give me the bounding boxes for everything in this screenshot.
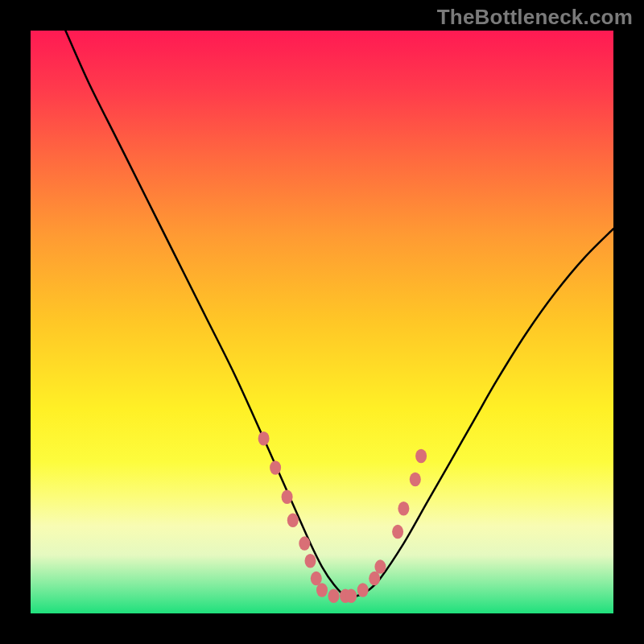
curve-marker [369,572,380,586]
curve-marker [282,489,293,504]
curve-marker [410,473,421,487]
curve-marker [328,589,340,604]
curve-marker [287,513,299,527]
curve-marker [357,583,369,597]
chart-frame: TheBottleneck.com [0,0,644,644]
plot-area [31,31,613,613]
curve-marker [258,431,270,446]
curve-marker [398,502,409,516]
curve-layer [31,31,613,613]
curve-marker [299,536,310,551]
curve-marker [415,449,427,464]
curve-marker [392,525,403,539]
watermark-text: TheBottleneck.com [437,5,633,30]
curve-marker [316,583,328,597]
curve-marker [305,554,316,568]
curve-marker [270,460,281,475]
bottleneck-curve [65,31,613,597]
curve-marker [311,572,322,586]
curve-markers [258,431,427,603]
curve-marker [345,589,357,604]
curve-marker [374,559,386,574]
